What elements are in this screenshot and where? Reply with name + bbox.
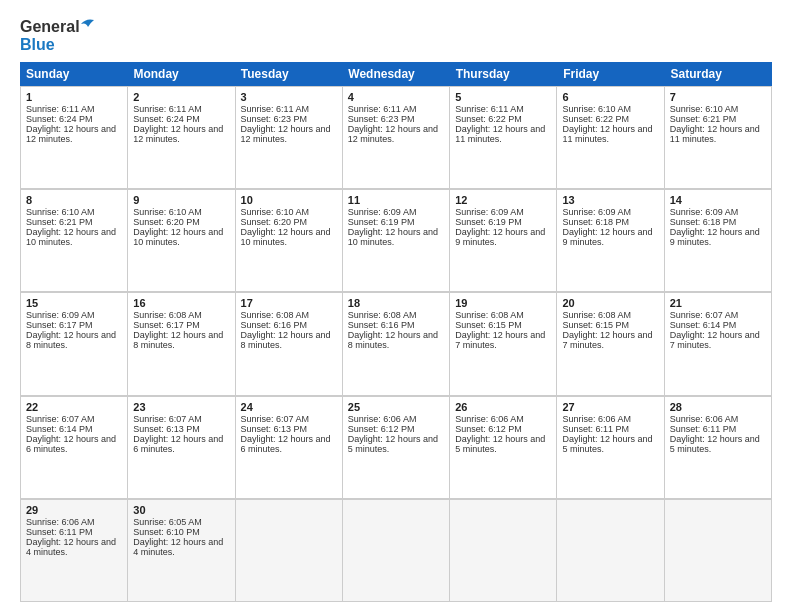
day-number: 11 bbox=[348, 194, 444, 206]
calendar-header-cell: Wednesday bbox=[342, 62, 449, 86]
day-number: 10 bbox=[241, 194, 337, 206]
sunrise-text: Sunrise: 6:07 AM bbox=[241, 414, 310, 424]
calendar-cell: 18Sunrise: 6:08 AMSunset: 6:16 PMDayligh… bbox=[343, 293, 450, 395]
daylight-text: Daylight: 12 hours and 5 minutes. bbox=[348, 434, 438, 454]
day-number: 21 bbox=[670, 297, 766, 309]
calendar-cell: 25Sunrise: 6:06 AMSunset: 6:12 PMDayligh… bbox=[343, 397, 450, 499]
sunset-text: Sunset: 6:22 PM bbox=[455, 114, 522, 124]
daylight-text: Daylight: 12 hours and 5 minutes. bbox=[670, 434, 760, 454]
calendar-header-cell: Friday bbox=[557, 62, 664, 86]
calendar-cell: 11Sunrise: 6:09 AMSunset: 6:19 PMDayligh… bbox=[343, 190, 450, 292]
daylight-text: Daylight: 12 hours and 6 minutes. bbox=[26, 434, 116, 454]
day-number: 6 bbox=[562, 91, 658, 103]
daylight-text: Daylight: 12 hours and 4 minutes. bbox=[26, 537, 116, 557]
calendar-header: SundayMondayTuesdayWednesdayThursdayFrid… bbox=[20, 62, 772, 86]
day-number: 24 bbox=[241, 401, 337, 413]
sunset-text: Sunset: 6:13 PM bbox=[133, 424, 200, 434]
sunrise-text: Sunrise: 6:07 AM bbox=[26, 414, 95, 424]
calendar-week-row: 15Sunrise: 6:09 AMSunset: 6:17 PMDayligh… bbox=[20, 292, 772, 395]
calendar-cell: 30Sunrise: 6:05 AMSunset: 6:10 PMDayligh… bbox=[128, 500, 235, 602]
sunrise-text: Sunrise: 6:10 AM bbox=[133, 207, 202, 217]
sunrise-text: Sunrise: 6:11 AM bbox=[241, 104, 310, 114]
daylight-text: Daylight: 12 hours and 12 minutes. bbox=[241, 124, 331, 144]
sunset-text: Sunset: 6:14 PM bbox=[670, 320, 737, 330]
day-number: 29 bbox=[26, 504, 122, 516]
calendar-cell: 1Sunrise: 6:11 AMSunset: 6:24 PMDaylight… bbox=[21, 87, 128, 189]
sunrise-text: Sunrise: 6:06 AM bbox=[455, 414, 524, 424]
sunrise-text: Sunrise: 6:10 AM bbox=[241, 207, 310, 217]
sunset-text: Sunset: 6:17 PM bbox=[26, 320, 93, 330]
day-number: 19 bbox=[455, 297, 551, 309]
sunrise-text: Sunrise: 6:08 AM bbox=[348, 310, 417, 320]
sunset-text: Sunset: 6:24 PM bbox=[26, 114, 93, 124]
calendar-cell: 10Sunrise: 6:10 AMSunset: 6:20 PMDayligh… bbox=[236, 190, 343, 292]
calendar-cell: 24Sunrise: 6:07 AMSunset: 6:13 PMDayligh… bbox=[236, 397, 343, 499]
sunset-text: Sunset: 6:16 PM bbox=[241, 320, 308, 330]
daylight-text: Daylight: 12 hours and 11 minutes. bbox=[562, 124, 652, 144]
sunset-text: Sunset: 6:15 PM bbox=[455, 320, 522, 330]
calendar-cell-empty bbox=[450, 500, 557, 602]
sunrise-text: Sunrise: 6:10 AM bbox=[670, 104, 739, 114]
daylight-text: Daylight: 12 hours and 9 minutes. bbox=[455, 227, 545, 247]
day-number: 5 bbox=[455, 91, 551, 103]
logo-container: General bbox=[20, 18, 95, 36]
sunrise-text: Sunrise: 6:11 AM bbox=[133, 104, 202, 114]
calendar-cell: 13Sunrise: 6:09 AMSunset: 6:18 PMDayligh… bbox=[557, 190, 664, 292]
sunrise-text: Sunrise: 6:09 AM bbox=[670, 207, 739, 217]
calendar-cell: 23Sunrise: 6:07 AMSunset: 6:13 PMDayligh… bbox=[128, 397, 235, 499]
daylight-text: Daylight: 12 hours and 6 minutes. bbox=[241, 434, 331, 454]
daylight-text: Daylight: 12 hours and 11 minutes. bbox=[455, 124, 545, 144]
sunset-text: Sunset: 6:10 PM bbox=[133, 527, 200, 537]
sunrise-text: Sunrise: 6:10 AM bbox=[562, 104, 631, 114]
sunset-text: Sunset: 6:15 PM bbox=[562, 320, 629, 330]
sunrise-text: Sunrise: 6:08 AM bbox=[562, 310, 631, 320]
calendar-cell: 20Sunrise: 6:08 AMSunset: 6:15 PMDayligh… bbox=[557, 293, 664, 395]
sunset-text: Sunset: 6:19 PM bbox=[455, 217, 522, 227]
logo-general-text: General bbox=[20, 18, 80, 35]
calendar-cell: 5Sunrise: 6:11 AMSunset: 6:22 PMDaylight… bbox=[450, 87, 557, 189]
calendar-cell: 7Sunrise: 6:10 AMSunset: 6:21 PMDaylight… bbox=[665, 87, 772, 189]
calendar-week-row: 29Sunrise: 6:06 AMSunset: 6:11 PMDayligh… bbox=[20, 499, 772, 602]
calendar-cell: 15Sunrise: 6:09 AMSunset: 6:17 PMDayligh… bbox=[21, 293, 128, 395]
daylight-text: Daylight: 12 hours and 8 minutes. bbox=[133, 330, 223, 350]
day-number: 22 bbox=[26, 401, 122, 413]
day-number: 14 bbox=[670, 194, 766, 206]
calendar-header-cell: Monday bbox=[127, 62, 234, 86]
calendar-cell: 26Sunrise: 6:06 AMSunset: 6:12 PMDayligh… bbox=[450, 397, 557, 499]
sunset-text: Sunset: 6:14 PM bbox=[26, 424, 93, 434]
daylight-text: Daylight: 12 hours and 11 minutes. bbox=[670, 124, 760, 144]
sunrise-text: Sunrise: 6:09 AM bbox=[348, 207, 417, 217]
logo-blue-text: Blue bbox=[20, 36, 55, 53]
sunrise-text: Sunrise: 6:09 AM bbox=[455, 207, 524, 217]
sunset-text: Sunset: 6:18 PM bbox=[562, 217, 629, 227]
daylight-text: Daylight: 12 hours and 7 minutes. bbox=[670, 330, 760, 350]
sunrise-text: Sunrise: 6:11 AM bbox=[348, 104, 417, 114]
sunset-text: Sunset: 6:21 PM bbox=[670, 114, 737, 124]
day-number: 8 bbox=[26, 194, 122, 206]
sunset-text: Sunset: 6:13 PM bbox=[241, 424, 308, 434]
daylight-text: Daylight: 12 hours and 8 minutes. bbox=[26, 330, 116, 350]
sunset-text: Sunset: 6:12 PM bbox=[348, 424, 415, 434]
calendar-week-row: 8Sunrise: 6:10 AMSunset: 6:21 PMDaylight… bbox=[20, 189, 772, 292]
logo: General Blue bbox=[20, 18, 95, 54]
day-number: 25 bbox=[348, 401, 444, 413]
daylight-text: Daylight: 12 hours and 4 minutes. bbox=[133, 537, 223, 557]
sunrise-text: Sunrise: 6:06 AM bbox=[670, 414, 739, 424]
sunset-text: Sunset: 6:24 PM bbox=[133, 114, 200, 124]
calendar-week-row: 1Sunrise: 6:11 AMSunset: 6:24 PMDaylight… bbox=[20, 86, 772, 189]
sunrise-text: Sunrise: 6:07 AM bbox=[670, 310, 739, 320]
sunrise-text: Sunrise: 6:05 AM bbox=[133, 517, 202, 527]
day-number: 1 bbox=[26, 91, 122, 103]
sunset-text: Sunset: 6:20 PM bbox=[133, 217, 200, 227]
sunset-text: Sunset: 6:17 PM bbox=[133, 320, 200, 330]
calendar-cell: 6Sunrise: 6:10 AMSunset: 6:22 PMDaylight… bbox=[557, 87, 664, 189]
calendar-week-row: 22Sunrise: 6:07 AMSunset: 6:14 PMDayligh… bbox=[20, 396, 772, 499]
daylight-text: Daylight: 12 hours and 12 minutes. bbox=[133, 124, 223, 144]
daylight-text: Daylight: 12 hours and 10 minutes. bbox=[133, 227, 223, 247]
sunset-text: Sunset: 6:12 PM bbox=[455, 424, 522, 434]
calendar-cell: 2Sunrise: 6:11 AMSunset: 6:24 PMDaylight… bbox=[128, 87, 235, 189]
day-number: 17 bbox=[241, 297, 337, 309]
daylight-text: Daylight: 12 hours and 12 minutes. bbox=[26, 124, 116, 144]
daylight-text: Daylight: 12 hours and 10 minutes. bbox=[26, 227, 116, 247]
sunset-text: Sunset: 6:21 PM bbox=[26, 217, 93, 227]
